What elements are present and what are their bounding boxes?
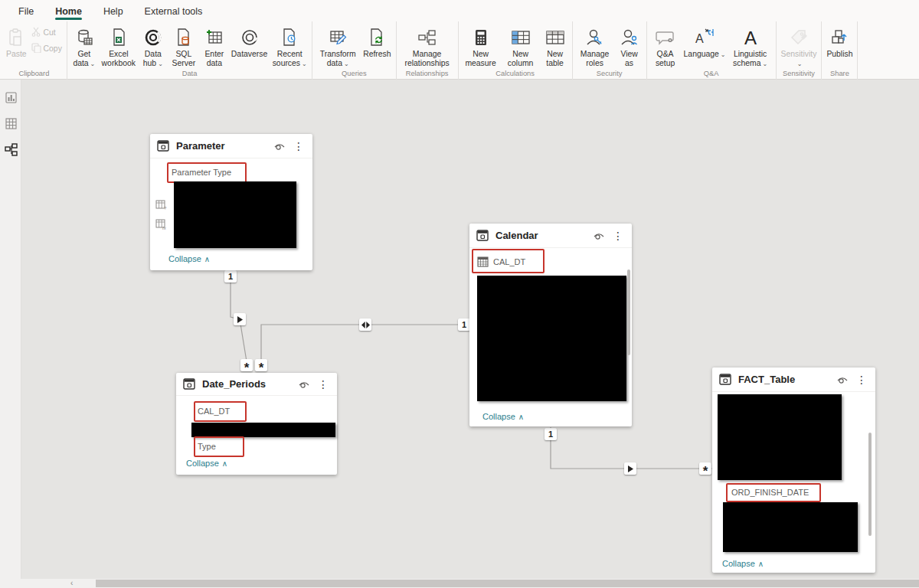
- more-options-icon[interactable]: ⋮: [316, 378, 330, 390]
- ribbon-group-share: Publish Share: [822, 21, 858, 80]
- language-label: Language: [684, 50, 719, 58]
- manage-roles-button[interactable]: Manage roles: [575, 23, 615, 69]
- table-card-icon: [476, 230, 489, 242]
- chevron-up-icon: ∧: [222, 459, 227, 468]
- tab-home[interactable]: Home: [46, 2, 91, 19]
- new-table-label: New table: [543, 50, 567, 69]
- more-options-icon[interactable]: ⋮: [611, 230, 625, 242]
- manage-relationships-icon: [417, 25, 437, 50]
- refresh-button[interactable]: Refresh: [361, 23, 393, 59]
- tab-help[interactable]: Help: [94, 2, 132, 19]
- language-button[interactable]: A Language⌄: [682, 23, 728, 59]
- collapse-link[interactable]: Collapse∧: [186, 459, 227, 468]
- chevron-down-icon: ⌄: [158, 60, 163, 67]
- data-view-icon[interactable]: [0, 112, 21, 135]
- card-scrollbar[interactable]: [627, 270, 630, 355]
- ribbon-tabs: File Home Help External tools: [0, 0, 919, 21]
- get-data-button[interactable]: Get data⌄: [70, 23, 99, 69]
- transform-data-button[interactable]: Transform data⌄: [315, 23, 361, 69]
- view-sidebar: [0, 80, 21, 579]
- publish-icon: [829, 25, 849, 50]
- field-function-icon: fx: [155, 218, 167, 233]
- chevron-down-icon: ⌄: [90, 60, 96, 67]
- highlight-box-ord-finish-date: [726, 483, 821, 502]
- table-card-parameter[interactable]: Parameter ⋮ Parameter Type ? fx Collapse…: [150, 134, 312, 270]
- report-view-icon[interactable]: [0, 86, 21, 109]
- card-header[interactable]: Calendar ⋮: [469, 224, 632, 248]
- filter-direction-both-icon: [359, 318, 371, 331]
- redacted-fields: [191, 423, 335, 437]
- group-label-calculations: Calculations: [461, 69, 570, 80]
- new-column-button[interactable]: New column: [501, 23, 541, 69]
- data-hub-button[interactable]: Data hub⌄: [139, 23, 168, 69]
- qa-setup-button[interactable]: Q&A setup: [649, 23, 682, 69]
- tab-external-tools[interactable]: External tools: [136, 2, 212, 19]
- more-options-icon[interactable]: ⋮: [292, 140, 306, 152]
- group-label-sensitivity: Sensitivity: [779, 69, 819, 80]
- view-as-button[interactable]: View as: [615, 23, 644, 69]
- excel-workbook-button[interactable]: Excel workbook: [99, 23, 139, 69]
- chevron-up-icon: ∧: [518, 413, 524, 421]
- enter-data-button[interactable]: Enter data: [200, 23, 229, 69]
- ribbon-group-security: Manage roles View as Security: [573, 21, 647, 80]
- svg-text:A: A: [744, 28, 757, 47]
- manage-relationships-button[interactable]: Manage relationships: [399, 23, 456, 69]
- tab-file[interactable]: File: [9, 2, 43, 19]
- scroll-left-icon[interactable]: ‹: [70, 579, 73, 588]
- ribbon-group-calculations: New measure New column New table Calcula…: [459, 21, 573, 80]
- language-icon: A: [695, 25, 715, 50]
- collapse-link[interactable]: Collapse∧: [482, 412, 524, 421]
- enter-data-label: Enter data: [202, 50, 227, 69]
- table-card-date-periods[interactable]: Date_Periods ⋮ CAL_DT Type Collapse∧: [176, 373, 337, 475]
- eye-icon[interactable]: [273, 141, 286, 152]
- eye-icon[interactable]: [298, 379, 310, 390]
- highlight-box-cal-dt: [472, 249, 545, 273]
- new-measure-button[interactable]: New measure: [461, 23, 501, 69]
- more-options-icon[interactable]: ⋮: [855, 374, 868, 386]
- card-scrollbar[interactable]: [868, 433, 872, 536]
- letter-a-icon: A: [741, 25, 760, 50]
- redacted-fields: [477, 276, 626, 401]
- recent-sources-button[interactable]: Recent sources⌄: [270, 23, 309, 69]
- table-name: Date_Periods: [202, 378, 298, 390]
- publish-button[interactable]: Publish: [824, 23, 855, 59]
- model-view-icon[interactable]: [0, 138, 21, 161]
- collapse-link[interactable]: Collapse∧: [168, 254, 210, 263]
- ribbon-group-queries: Transform data⌄ Refresh Queries: [312, 21, 396, 80]
- card-header[interactable]: Date_Periods ⋮: [176, 373, 337, 396]
- publish-label: Publish: [826, 50, 852, 59]
- table-card-icon: [719, 374, 732, 386]
- eye-icon[interactable]: [593, 230, 605, 241]
- dataverse-button[interactable]: Dataverse: [229, 23, 270, 59]
- sensitivity-button[interactable]: Sensitivity⌄: [779, 23, 819, 69]
- copy-button[interactable]: Copy: [29, 42, 64, 55]
- linguistic-schema-button[interactable]: A Linguistic schema⌄: [728, 23, 773, 69]
- get-data-label: Get data: [73, 50, 90, 67]
- collapse-link[interactable]: Collapse∧: [722, 559, 764, 568]
- chevron-down-icon: ⌄: [344, 60, 349, 67]
- ribbon-group-clipboard: Paste Cut Copy Clipboard: [2, 21, 67, 80]
- scrollbar-thumb[interactable]: [96, 580, 919, 587]
- sql-server-button[interactable]: SQL Server: [168, 23, 200, 69]
- refresh-label: Refresh: [363, 50, 391, 59]
- qa-setup-label: Q&A setup: [652, 50, 679, 69]
- group-label-relationships: Relationships: [399, 69, 456, 80]
- group-label-qa: Q&A: [649, 69, 773, 80]
- cardinality-many-badge: *: [240, 359, 253, 371]
- new-table-button[interactable]: New table: [541, 23, 570, 69]
- chevron-down-icon: ⌄: [797, 60, 803, 67]
- new-column-label: New column: [503, 50, 538, 69]
- table-name: FACT_Table: [738, 374, 836, 385]
- cardinality-many-badge: *: [699, 462, 711, 475]
- table-card-calendar[interactable]: Calendar ⋮ CAL_DT Collapse∧: [469, 224, 632, 426]
- card-header[interactable]: FACT_Table ⋮: [712, 368, 875, 392]
- eye-icon[interactable]: [836, 374, 849, 385]
- table-card-fact-table[interactable]: FACT_Table ⋮ ORD_FINISH_DATE Collapse∧: [712, 368, 875, 573]
- paste-button[interactable]: Paste: [4, 23, 29, 59]
- cut-button[interactable]: Cut: [29, 26, 64, 39]
- table-icon: [545, 25, 565, 50]
- dataverse-label: Dataverse: [231, 50, 267, 59]
- card-header[interactable]: Parameter ⋮: [150, 134, 312, 158]
- group-label-queries: Queries: [315, 69, 393, 80]
- horizontal-scrollbar[interactable]: ‹: [0, 579, 919, 588]
